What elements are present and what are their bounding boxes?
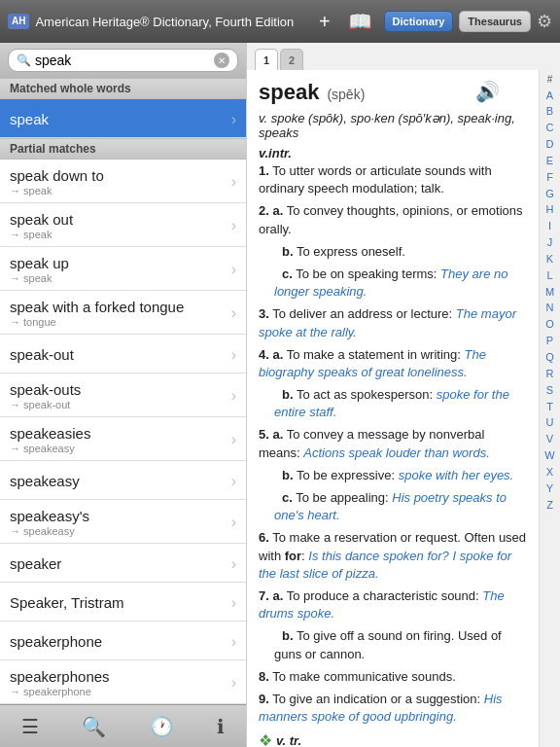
alpha-K[interactable]: K (540, 251, 560, 267)
search-bar: 🔍 ✕ (0, 43, 246, 78)
def-entry-5a: 5. a. To convey a message by nonverbal m… (259, 426, 527, 461)
dictionary-tab-button[interactable]: Dictionary (384, 11, 454, 32)
pos-text: v. spoke (spōk), spo·ken (spō′kən), spea… (259, 111, 515, 140)
list-item-speak-out2[interactable]: speak-out › (0, 335, 246, 374)
app-header: AH American Heritage® Dictionary, Fourth… (0, 0, 560, 43)
alpha-G[interactable]: G (540, 186, 560, 202)
alpha-Q[interactable]: Q (540, 349, 560, 366)
chevron-icon: › (231, 431, 236, 448)
alpha-X[interactable]: X (540, 464, 560, 480)
app-title: American Heritage® Dictionary, Fourth Ed… (35, 15, 306, 29)
section-label-intr: v.intr. (259, 146, 527, 160)
partial-section-header: Partial matches (0, 138, 246, 160)
def-entry-5b: b. To be expressive: spoke with her eyes… (274, 467, 527, 484)
alpha-D[interactable]: D (540, 136, 560, 153)
alpha-Y[interactable]: Y (540, 480, 560, 497)
alpha-H[interactable]: H (540, 201, 560, 218)
item-sub: speak (10, 229, 228, 240)
page-tab-1[interactable]: 1 (255, 49, 278, 70)
alpha-J[interactable]: J (540, 234, 560, 251)
item-label: speakerphones (10, 668, 228, 685)
alpha-I[interactable]: I (540, 218, 560, 234)
thesaurus-tab-button[interactable]: Thesaurus (459, 11, 531, 32)
alpha-W[interactable]: W (540, 447, 560, 464)
app-logo: AH (8, 14, 29, 29)
item-label: speak down to (10, 167, 228, 184)
alpha-U[interactable]: U (540, 414, 560, 431)
alpha-hash[interactable]: # (540, 72, 560, 88)
add-button[interactable]: + (313, 9, 336, 35)
alpha-P[interactable]: P (540, 333, 560, 349)
tr-section-row: ❖ v. tr. (259, 731, 527, 747)
search-input[interactable] (35, 53, 214, 68)
alpha-F[interactable]: F (540, 169, 560, 186)
alpha-L[interactable]: L (540, 267, 560, 284)
def-example: His poetry speaks to one's heart. (274, 490, 507, 522)
search-button[interactable]: 🔍 (70, 711, 118, 742)
item-sub: speak (10, 185, 228, 196)
right-content: 🔊 speak (spēk) v. spoke (spōk), spo·ken … (247, 70, 560, 747)
page-tab-2[interactable]: 2 (280, 49, 303, 70)
info-button[interactable]: ℹ (205, 711, 236, 742)
def-example: The mayor spoke at the rally. (259, 306, 516, 338)
tr-diamond-icon: ❖ (259, 731, 272, 747)
alpha-T[interactable]: T (540, 399, 560, 415)
chevron-icon: › (231, 304, 236, 322)
history-button[interactable]: 🕐 (138, 711, 186, 742)
alpha-B[interactable]: B (540, 103, 560, 120)
def-entry-2b: b. To express oneself. (274, 243, 527, 261)
item-sub: speakeasy (10, 443, 228, 454)
item-sub: speakeasy (10, 525, 228, 537)
list-item-speak[interactable]: speak › (0, 99, 246, 138)
alpha-A[interactable]: A (540, 88, 560, 104)
item-label: speak out (10, 211, 228, 228)
list-item-speakerphones[interactable]: speakerphones speakerphone › (0, 660, 246, 704)
clear-search-button[interactable]: ✕ (214, 53, 229, 68)
def-example: They are no longer speaking. (274, 267, 508, 299)
def-entry-4a: 4. a. To make a statement in writing: Th… (259, 346, 527, 381)
item-label: speaker (10, 555, 228, 572)
def-example: The biography speaks of great loneliness… (259, 347, 486, 379)
list-item-speak-forked-tongue[interactable]: speak with a forked tongue tongue › (0, 291, 246, 335)
alpha-O[interactable]: O (540, 316, 560, 333)
def-pronunciation: (spēk) (327, 87, 365, 102)
def-entry-6: 6. To make a reservation or request. Oft… (259, 529, 527, 583)
alpha-M[interactable]: M (540, 284, 560, 301)
right-panel: 1 2 🔊 speak (spēk) v. spoke (spōk), spo·… (247, 43, 560, 747)
list-item-speakeasy[interactable]: speakeasy › (0, 461, 246, 500)
list-item-speak-outs[interactable]: speak-outs speak-out › (0, 374, 246, 417)
alpha-S[interactable]: S (540, 382, 560, 399)
alpha-C[interactable]: C (540, 120, 560, 136)
list-item-speak-up[interactable]: speak up speak › (0, 247, 246, 291)
alpha-V[interactable]: V (540, 431, 560, 447)
item-label: speak-outs (10, 381, 228, 398)
list-item-speakeasys[interactable]: speakeasy's speakeasy › (0, 500, 246, 544)
def-example: Actions speak louder than words. (303, 445, 490, 460)
alpha-E[interactable]: E (540, 153, 560, 169)
list-item-speaker-tristram[interactable]: Speaker, Tristram › (0, 583, 246, 622)
chevron-icon: › (231, 473, 236, 490)
audio-speaker-icon[interactable]: 🔊 (475, 80, 500, 103)
list-item-speaker[interactable]: speaker › (0, 544, 246, 583)
item-label: speakeasies (10, 425, 228, 442)
chevron-icon: › (231, 514, 236, 531)
alpha-Z[interactable]: Z (540, 497, 560, 514)
book-button[interactable]: 📖 (342, 8, 378, 35)
list-item-speak-out[interactable]: speak out speak › (0, 203, 246, 247)
alpha-N[interactable]: N (540, 300, 560, 316)
item-label: speak with a forked tongue (10, 299, 228, 315)
def-word: speak (259, 80, 319, 105)
list-item-speakerphone[interactable]: speakerphone › (0, 622, 246, 660)
item-label: speakerphone (10, 633, 228, 650)
def-example: spoke with her eyes. (399, 468, 514, 482)
chevron-icon: › (231, 346, 236, 364)
list-item-speak-down-to[interactable]: speak down to speak › (0, 160, 246, 203)
alpha-R[interactable]: R (540, 366, 560, 382)
settings-icon[interactable]: ⚙ (537, 11, 552, 32)
list-item-speakeasies[interactable]: speakeasies speakeasy › (0, 417, 246, 461)
item-sub: speak (10, 272, 228, 284)
section-label-tr: v. tr. (276, 733, 301, 747)
menu-button[interactable]: ☰ (10, 711, 51, 742)
chevron-icon: › (231, 173, 236, 191)
bottom-toolbar: ☰ 🔍 🕐 ℹ (0, 704, 246, 747)
